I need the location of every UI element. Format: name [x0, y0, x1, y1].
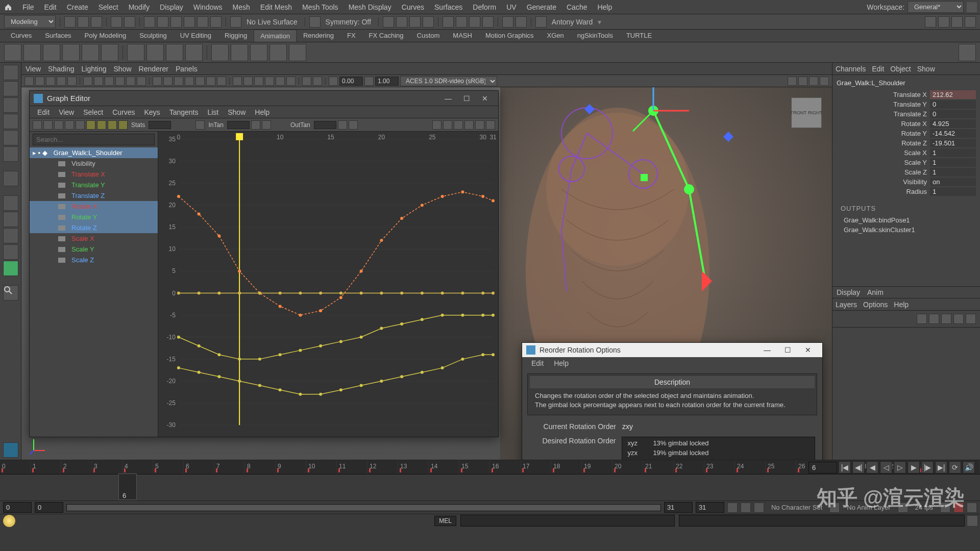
- vp-icon[interactable]: [788, 77, 797, 86]
- ipr-icon[interactable]: [469, 16, 480, 28]
- range-icon[interactable]: [741, 503, 751, 513]
- output-item[interactable]: Grae_Walk:bindPose1: [837, 215, 976, 225]
- ge-icon[interactable]: [338, 120, 347, 130]
- ge-icon[interactable]: [475, 120, 484, 130]
- ge-icon[interactable]: [86, 120, 95, 130]
- channel-scale-y[interactable]: Scale Y1: [837, 158, 976, 167]
- prefs2-icon[interactable]: [967, 503, 977, 513]
- menu-mesh-display[interactable]: Mesh Display: [344, 3, 397, 11]
- frame-tick[interactable]: 23: [704, 460, 735, 474]
- options-tab[interactable]: Options: [863, 300, 888, 309]
- outtan-input[interactable]: [314, 121, 336, 129]
- frame-tick[interactable]: 18: [551, 460, 582, 474]
- ge-icon[interactable]: [97, 120, 106, 130]
- paint-select-icon[interactable]: [3, 97, 18, 113]
- ig-icon[interactable]: [396, 16, 407, 28]
- live-surface-icon[interactable]: [230, 16, 241, 28]
- ge-icon[interactable]: [33, 120, 42, 130]
- ge-icon[interactable]: [65, 120, 74, 130]
- ge-attr-scale-x[interactable]: Scale X: [30, 233, 158, 244]
- shelf-icon[interactable]: [43, 44, 60, 61]
- menu-file[interactable]: File: [17, 3, 39, 11]
- help-bulb-icon[interactable]: [3, 515, 15, 527]
- channel-rotate-x[interactable]: Rotate X4.925: [837, 119, 976, 129]
- range-start-in-input[interactable]: [35, 502, 63, 513]
- step-back-icon[interactable]: ◀: [866, 461, 878, 473]
- ge-node[interactable]: ▸ ▪ ◆ Grae_Walk:L_Shoulder: [30, 147, 158, 158]
- menu-uv[interactable]: UV: [501, 3, 521, 11]
- frame-tick[interactable]: 4: [122, 460, 153, 474]
- frame-tick[interactable]: 25: [766, 460, 796, 474]
- rotate-tool-icon[interactable]: [3, 130, 18, 145]
- save-scene-icon[interactable]: [91, 16, 102, 28]
- shelf-tab-fx-caching[interactable]: FX Caching: [362, 29, 410, 42]
- channel-scale-x[interactable]: Scale X1: [837, 148, 976, 158]
- shelf-icon[interactable]: [4, 44, 21, 61]
- render-icon[interactable]: [443, 16, 454, 28]
- current-frame-input[interactable]: [808, 462, 837, 473]
- frame-tick[interactable]: 17: [521, 460, 551, 474]
- vp-icon[interactable]: [35, 77, 44, 86]
- vp-menu-shading[interactable]: Shading: [48, 65, 74, 73]
- shelf-tab-motion-graphics[interactable]: Motion Graphics: [479, 29, 541, 42]
- reorder-menu-edit[interactable]: Edit: [526, 359, 549, 367]
- last-tool-icon[interactable]: [3, 171, 18, 186]
- search-tool-icon[interactable]: [3, 285, 18, 300]
- workspace-select[interactable]: General*: [908, 1, 964, 13]
- shelf-icon[interactable]: [166, 44, 183, 61]
- output-item[interactable]: Grae_Walk:skinCluster1: [837, 225, 976, 235]
- shelf-tab-rendering[interactable]: Rendering: [297, 29, 340, 42]
- cb-tab-channels[interactable]: Channels: [836, 65, 866, 73]
- vp-icon[interactable]: [126, 77, 135, 86]
- frame-tick[interactable]: 8: [245, 460, 276, 474]
- rotation-order-option-yzx[interactable]: yzx19% gimbal locked: [623, 448, 814, 458]
- frame-tick[interactable]: 5: [153, 460, 184, 474]
- frame-tick[interactable]: 21: [643, 460, 674, 474]
- render-settings-icon[interactable]: [482, 16, 494, 28]
- range-end-input[interactable]: [696, 502, 724, 513]
- playblast-icon[interactable]: [502, 16, 513, 28]
- snap-curve-icon[interactable]: [157, 16, 168, 28]
- graph-area[interactable]: 35302520151050-5-10-15-20-25-30061015202…: [158, 132, 498, 437]
- ge-menu-curves[interactable]: Curves: [108, 108, 139, 116]
- intan-input[interactable]: [227, 121, 250, 129]
- shelf-icon[interactable]: [270, 44, 287, 61]
- shelf-tab-fx[interactable]: FX: [340, 29, 362, 42]
- menu-deform[interactable]: Deform: [468, 3, 501, 11]
- panel-layout-2-icon[interactable]: [938, 16, 949, 28]
- panel-layout-1-icon[interactable]: [925, 16, 936, 28]
- shelf-tab-rigging[interactable]: Rigging: [218, 29, 254, 42]
- select-tool-icon[interactable]: [3, 65, 18, 80]
- layout-custom-icon[interactable]: [3, 261, 18, 276]
- lasso-tool-icon[interactable]: [3, 81, 18, 96]
- gamma-input[interactable]: [375, 77, 399, 86]
- maximize-button[interactable]: ☐: [777, 344, 798, 356]
- shelf-tab-sculpting[interactable]: Sculpting: [133, 29, 173, 42]
- snap-plane-icon[interactable]: [184, 16, 195, 28]
- frame-tick[interactable]: 10: [306, 460, 337, 474]
- exposure-icon[interactable]: [329, 77, 338, 86]
- frame-tick[interactable]: 2: [61, 460, 92, 474]
- vp-icon[interactable]: [798, 77, 807, 86]
- ge-attr-rotate-z[interactable]: Rotate Z: [30, 222, 158, 233]
- frame-tick[interactable]: 1: [31, 460, 61, 474]
- ge-icon[interactable]: [43, 120, 53, 130]
- anim-tab[interactable]: Anim: [867, 288, 884, 296]
- shelf-icon[interactable]: [231, 44, 248, 61]
- ge-menu-list[interactable]: List: [203, 108, 223, 116]
- shelf-icon[interactable]: [23, 44, 41, 61]
- ge-icon[interactable]: [486, 120, 495, 130]
- channel-translate-y[interactable]: Translate Y0: [837, 99, 976, 109]
- vp-icon[interactable]: [217, 77, 226, 86]
- layer-icon[interactable]: [966, 314, 976, 324]
- play-forward-icon[interactable]: ▷: [894, 461, 906, 473]
- frame-tick[interactable]: 16: [490, 460, 521, 474]
- panel-layout-3-icon[interactable]: [951, 16, 963, 28]
- shelf-tab-curves[interactable]: Curves: [4, 29, 38, 42]
- menu-create[interactable]: Create: [62, 3, 93, 11]
- view-cube[interactable]: FRONT RIGHT: [791, 97, 822, 128]
- step-forward-key-icon[interactable]: |▶: [921, 461, 934, 473]
- range-icon[interactable]: [727, 503, 738, 513]
- menu-surfaces[interactable]: Surfaces: [429, 3, 468, 11]
- vp-icon[interactable]: [46, 77, 55, 86]
